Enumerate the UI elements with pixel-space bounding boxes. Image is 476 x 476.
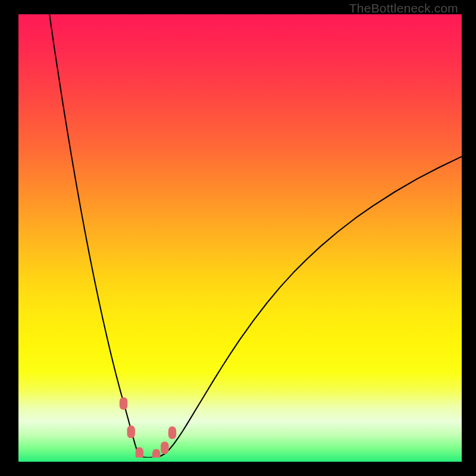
chart-markers xyxy=(18,14,462,458)
data-point-marker xyxy=(136,447,143,458)
data-point-marker xyxy=(127,425,135,438)
data-point-marker xyxy=(152,449,160,458)
data-point-marker xyxy=(161,441,168,454)
watermark-text: TheBottleneck.com xyxy=(349,1,458,15)
chart-area xyxy=(18,14,462,462)
data-point-marker xyxy=(168,427,176,439)
data-point-marker xyxy=(120,397,127,410)
